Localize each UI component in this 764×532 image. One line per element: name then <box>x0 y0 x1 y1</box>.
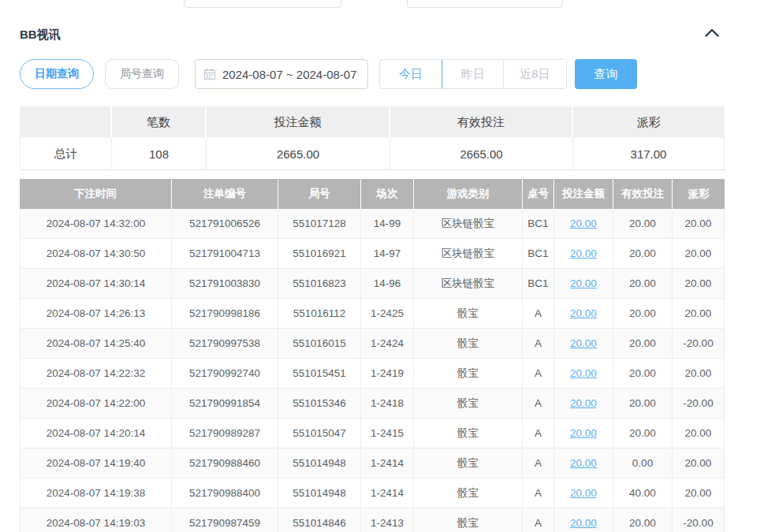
partial-input-right[interactable] <box>407 0 563 8</box>
cell-bet-amount: 20.00 <box>554 508 613 532</box>
tab-round-query[interactable]: 局号查询 <box>105 59 179 89</box>
table-row: 2024-08-07 14:30:50521791004713551016921… <box>20 239 725 269</box>
bet-amount-link[interactable]: 20.00 <box>570 397 597 409</box>
bet-amount-link[interactable]: 20.00 <box>570 517 597 529</box>
cell-bet-amount: 20.00 <box>554 269 613 299</box>
cell-table-id: A <box>523 299 554 329</box>
column-header-round-id: 局号 <box>278 179 361 209</box>
bet-amount-link[interactable]: 20.00 <box>570 367 597 379</box>
summary-header-valid-bet: 有效投注 <box>390 106 573 138</box>
cell-table-id: A <box>523 419 554 448</box>
cell-table-id: A <box>523 359 554 389</box>
bet-amount-link[interactable]: 20.00 <box>570 307 597 319</box>
cell-payout: -20.00 <box>673 389 725 419</box>
collapse-section-button[interactable] <box>704 27 723 43</box>
cell-valid-bet: 20.00 <box>613 299 673 329</box>
cell-valid-bet: 20.00 <box>613 239 673 269</box>
summary-header-payout: 派彩 <box>573 106 725 138</box>
bet-amount-link[interactable]: 20.00 <box>570 427 597 439</box>
column-header-payout: 派彩 <box>673 179 725 209</box>
cell-valid-bet: 20.00 <box>613 209 673 239</box>
cell-payout: -20.00 <box>673 508 725 532</box>
cell-payout: 20.00 <box>673 478 725 508</box>
column-header-table-id: 桌号 <box>523 179 554 209</box>
table-row: 2024-08-07 14:22:00521790991854551015346… <box>20 389 725 419</box>
table-row: 2024-08-07 14:19:38521790988400551014948… <box>20 478 725 508</box>
cell-session: 14-97 <box>361 239 414 269</box>
last-8-days-button[interactable]: 近8日 <box>503 60 566 88</box>
cell-bet-amount: 20.00 <box>554 239 613 269</box>
summary-header-count: 笔数 <box>112 106 207 138</box>
cell-round-id: 551017128 <box>278 209 361 239</box>
detail-table-body: 2024-08-07 14:32:00521791006526551017128… <box>20 209 725 532</box>
cell-valid-bet: 20.00 <box>613 508 673 532</box>
cell-order-id: 521790997538 <box>172 329 278 359</box>
cell-bet-amount: 20.00 <box>554 329 613 359</box>
cell-game-type: 骰宝 <box>414 448 523 478</box>
cell-order-id: 521790988400 <box>172 478 278 508</box>
cell-session: 14-99 <box>361 209 414 239</box>
cell-round-id: 551016921 <box>278 239 361 269</box>
today-button[interactable]: 今日 <box>379 59 442 89</box>
cell-valid-bet: 0.00 <box>613 448 673 478</box>
cell-order-id: 521791003830 <box>172 269 278 299</box>
cell-game-type: 区块链骰宝 <box>414 269 523 299</box>
column-header-game-type: 游戏类别 <box>414 179 523 209</box>
cell-bet-time: 2024-08-07 14:30:14 <box>20 269 172 299</box>
cell-game-type: 区块链骰宝 <box>414 239 523 269</box>
detail-table-header: 下注时间注单编号局号场次游戏类别桌号投注金额有效投注派彩 <box>20 179 725 209</box>
summary-header-bet-amount: 投注金额 <box>207 106 390 138</box>
cell-bet-time: 2024-08-07 14:30:50 <box>20 239 172 269</box>
cell-round-id: 551016112 <box>278 299 361 329</box>
cell-payout: 20.00 <box>673 419 725 448</box>
cell-session: 1-2414 <box>361 448 414 478</box>
cell-bet-amount: 20.00 <box>554 478 613 508</box>
table-row: 2024-08-07 14:32:00521791006526551017128… <box>20 209 725 239</box>
bet-amount-link[interactable]: 20.00 <box>570 218 597 229</box>
table-row: 2024-08-07 14:19:40521790988460551014948… <box>20 448 725 478</box>
cell-round-id: 551016015 <box>278 329 361 359</box>
cell-order-id: 521790998186 <box>172 299 278 329</box>
cell-game-type: 骰宝 <box>414 299 523 329</box>
query-button[interactable]: 查询 <box>575 59 637 89</box>
summary-total-label: 总计 <box>20 138 112 169</box>
table-row: 2024-08-07 14:25:40521790997538551016015… <box>20 329 725 359</box>
cell-payout: 20.00 <box>673 269 725 299</box>
quick-date-button-group: 今日 昨日 近8日 <box>379 59 567 89</box>
cell-payout: 20.00 <box>673 299 725 329</box>
cell-bet-amount: 20.00 <box>554 389 613 419</box>
bet-detail-table: 下注时间注单编号局号场次游戏类别桌号投注金额有效投注派彩 2024-08-07 … <box>20 179 725 532</box>
cell-order-id: 521790987459 <box>172 508 278 532</box>
cell-table-id: BC1 <box>523 239 554 269</box>
summary-total-valid-bet: 2665.00 <box>390 138 573 169</box>
cell-game-type: 骰宝 <box>414 478 523 508</box>
cell-payout: 20.00 <box>673 239 725 269</box>
cell-session: 1-2413 <box>361 508 414 532</box>
date-range-picker[interactable]: 2024-08-07 ~ 2024-08-07 <box>195 59 368 89</box>
partial-input-left[interactable] <box>184 0 341 8</box>
bet-amount-link[interactable]: 20.00 <box>570 247 597 259</box>
calendar-icon <box>203 68 216 80</box>
table-row: 2024-08-07 14:30:14521791003830551016823… <box>20 269 725 299</box>
yesterday-button[interactable]: 昨日 <box>442 60 503 88</box>
bet-amount-link[interactable]: 20.00 <box>570 457 597 469</box>
bet-amount-link[interactable]: 20.00 <box>570 337 597 349</box>
cell-session: 1-2425 <box>361 299 414 329</box>
summary-total-row: 总计 108 2665.00 2665.00 317.00 <box>20 138 725 170</box>
cell-bet-amount: 20.00 <box>554 359 613 389</box>
table-row: 2024-08-07 14:19:03521790987459551014846… <box>20 508 725 532</box>
bet-amount-link[interactable]: 20.00 <box>570 277 597 289</box>
column-header-session: 场次 <box>361 179 414 209</box>
cell-valid-bet: 20.00 <box>613 269 673 299</box>
cell-order-id: 521790992740 <box>172 359 278 389</box>
cell-round-id: 551014846 <box>278 508 361 532</box>
cell-session: 1-2419 <box>361 359 414 389</box>
bet-amount-link[interactable]: 20.00 <box>570 487 597 499</box>
cell-bet-amount: 20.00 <box>554 419 613 448</box>
summary-total-payout: 317.00 <box>573 138 725 169</box>
cell-order-id: 521790989287 <box>172 419 278 448</box>
cell-bet-time: 2024-08-07 14:22:00 <box>20 389 172 419</box>
tab-date-query[interactable]: 日期查询 <box>20 59 94 89</box>
cell-valid-bet: 20.00 <box>613 419 673 448</box>
column-header-bet-amount: 投注金额 <box>554 179 613 209</box>
